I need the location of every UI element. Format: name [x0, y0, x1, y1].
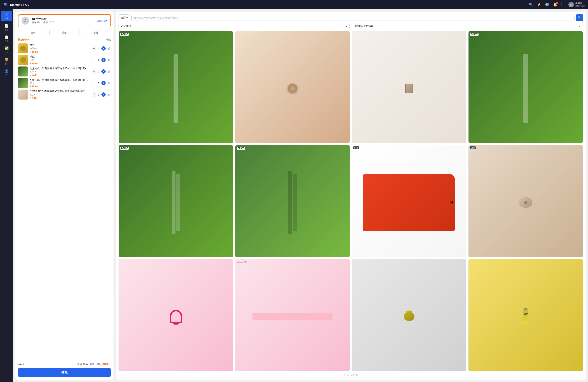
- note-button[interactable]: 备注: [81, 29, 111, 36]
- verify-icon: ✅: [4, 46, 9, 51]
- sidebar-label-order: 订单: [5, 40, 8, 42]
- product-card[interactable]: 粉色头戴耳机 $88.00: [119, 259, 233, 371]
- product-card[interactable]: Sold B MLB官方 男女帽子... $199.00: [468, 145, 583, 257]
- main-content: 🛒 销售 📄 定金 📋 订单 ✅ 核销 📦 退货 👤 用户: [0, 9, 588, 382]
- product-card[interactable]: logitech 罗技 logitech 罗技键盘 $120.00: [235, 259, 350, 371]
- product-image: N°5CHANELPARIS: [468, 259, 583, 371]
- cart-item-variant: 梅子青 ▾: [30, 47, 90, 50]
- cart-item-name: 祥业: [30, 43, 90, 47]
- delete-item-button[interactable]: 🗑: [108, 70, 111, 73]
- search-icon[interactable]: 🔍: [529, 2, 533, 7]
- table-row: DIVAS' DREAM腕表将光彩夺目的表盘与经典别致... 默认 ▾ $ 0.…: [18, 90, 111, 99]
- deposit-icon: 📄: [4, 24, 9, 28]
- hangup-button[interactable]: 挂单: [18, 29, 48, 36]
- bell-icon[interactable]: 🔔 1: [553, 2, 557, 7]
- delete-item-button[interactable]: 🗑: [108, 47, 111, 50]
- cart-item-price: $ 18.00: [30, 85, 90, 88]
- product-image: Sold N: [352, 145, 466, 257]
- cart-item-variant: 30ml ▾: [30, 70, 90, 73]
- fullscreen-icon[interactable]: ⛶: [561, 3, 565, 7]
- topbar: Diamond-POS 🔍 ⚡ ⚙️ 🔔 1 ⛶ 厨 卓厨家 前端艺术家: [0, 0, 588, 9]
- product-card[interactable]: BEAST AAA野兽派露水青... $8.00: [235, 145, 350, 257]
- cart-summary: Alix ▾ 优惠:$0.0 明细 实付 ¥84.1: [18, 362, 111, 366]
- user-profile[interactable]: 厨 卓厨家 前端艺术家: [568, 1, 585, 8]
- cart-item-actions: − 1 +: [92, 93, 106, 97]
- product-image: BEAST: [119, 145, 233, 257]
- app-name: Diamond-POS: [10, 3, 29, 6]
- table-row: 祥业 梅子青 ▾ $ 19.00 − 1 + 🗑: [18, 43, 111, 53]
- decrease-qty-button[interactable]: −: [92, 46, 96, 51]
- cart-item-actions: − 2 +: [92, 58, 106, 62]
- member-card: A 136****8599 积分 194 余额 20.00 切换会员 ▾: [18, 14, 111, 27]
- return-icon: 📦: [4, 58, 9, 62]
- decrease-qty-button[interactable]: −: [92, 93, 96, 97]
- product-card[interactable]: BEAST AAA野兽派露水青... $8.00: [119, 145, 233, 257]
- cart-item-price: $ 8.00: [30, 73, 90, 76]
- cart-item-qty: 1: [97, 70, 100, 73]
- cart-panel: A 136****8599 积分 194 余额 20.00 切换会员 ▾: [15, 12, 113, 380]
- product-card[interactable]: BEAST 野兽派露水青苔小... $18.00: [119, 31, 233, 143]
- increase-qty-button[interactable]: +: [101, 93, 106, 97]
- sidebar: 🛒 销售 📄 定金 📋 订单 ✅ 核销 📦 退货 👤 用户: [0, 9, 13, 382]
- decrease-qty-button[interactable]: −: [92, 81, 96, 85]
- cart-clear-button[interactable]: 清除: [106, 38, 111, 41]
- cart-item-qty: 1: [97, 82, 100, 85]
- cart-item-info: 礼盒构成：野兽派露水青苔香水15ml、香水保护套-... 30ml ▾ $ 8.…: [30, 67, 90, 76]
- sidebar-item-verify[interactable]: ✅ 核销: [1, 45, 12, 55]
- decrease-qty-button[interactable]: −: [92, 58, 96, 62]
- delete-item-button[interactable]: 🗑: [108, 81, 111, 85]
- cart-item-actions: − 1 +: [92, 81, 106, 85]
- sidebar-label-sales: 销售: [5, 17, 8, 20]
- product-card[interactable]: 祥业茶杯 $19.00: [352, 259, 466, 371]
- filter-hot-button[interactable]: 周/月/年度热销款 ▾: [352, 23, 583, 29]
- increase-qty-button[interactable]: +: [101, 46, 106, 51]
- table-row: 礼盒构成：野兽派露水青苔香水15ml、香水保护套-... 30ml ▾ $ 8.…: [18, 66, 111, 76]
- delete-item-button[interactable]: 🗑: [108, 93, 111, 96]
- detail-link[interactable]: 明细: [90, 363, 94, 366]
- search-input[interactable]: [131, 15, 574, 21]
- increase-qty-button[interactable]: +: [101, 58, 106, 62]
- product-image: [352, 31, 466, 143]
- decrease-qty-button[interactable]: −: [92, 69, 96, 74]
- increase-qty-button[interactable]: +: [101, 81, 106, 85]
- sidebar-item-user[interactable]: 👤 用户: [1, 67, 12, 78]
- switch-member-button[interactable]: 切换会员 ▾: [97, 19, 107, 22]
- sold-badge: Sold: [353, 146, 359, 149]
- product-card[interactable]: BEAST 野兽派露水青苔小... $19.00: [468, 31, 583, 143]
- sidebar-item-sales[interactable]: 🛒 销售: [1, 11, 12, 21]
- sales-icon: 🛒: [4, 12, 9, 17]
- search-input-wrap: [131, 15, 574, 21]
- settings-icon[interactable]: ⚙️: [545, 2, 549, 7]
- member-meta: 积分 194 余额 20.00: [32, 21, 94, 24]
- product-card[interactable]: Sold N NEW BLANCE 990... $0.10: [352, 145, 466, 257]
- product-panel: 全部 ▾ 🔍 产品类目 ▾ 周/月/年度热销款 ▾: [116, 12, 586, 380]
- user-avatar: 厨: [568, 2, 574, 7]
- sidebar-item-return[interactable]: 📦 退货: [1, 56, 12, 67]
- cart-items-list: 祥业 梅子青 ▾ $ 19.00 − 1 + 🗑: [18, 43, 111, 358]
- bell-badge: 1: [556, 2, 558, 4]
- sidebar-label-deposit: 定金: [5, 28, 8, 31]
- product-image: BEAST: [119, 31, 233, 143]
- sidebar-item-order[interactable]: 📋 订单: [1, 33, 12, 44]
- cart-footer: Alix ▾ 优惠:$0.0 明细 实付 ¥84.1 结账: [18, 360, 111, 377]
- modify-price-button[interactable]: 改价: [49, 29, 79, 36]
- product-card[interactable]: N°5CHANELPARIS CHANEL N°5 $299.00: [468, 259, 583, 371]
- translate-icon[interactable]: ⚡: [537, 2, 541, 7]
- increase-qty-button[interactable]: +: [101, 69, 106, 74]
- seller-selector[interactable]: Alix ▾: [18, 363, 24, 365]
- sold-badge: Sold: [470, 146, 476, 149]
- product-card[interactable]: DREAM腕表 $0.10: [235, 31, 350, 143]
- member-avatar: A: [21, 17, 29, 25]
- content-area: A 136****8599 积分 194 余额 20.00 切换会员 ▾: [13, 9, 588, 382]
- category-dropdown[interactable]: 全部 ▾: [119, 14, 130, 21]
- search-button[interactable]: 🔍: [576, 14, 583, 21]
- cart-item-name: 礼盒构成：野兽派露水青苔香水15ml、香水保护套-...: [30, 78, 90, 82]
- app-logo: Diamond-POS: [3, 2, 29, 7]
- order-icon: 📋: [4, 35, 9, 39]
- filter-category-button[interactable]: 产品类目 ▾: [119, 23, 350, 29]
- product-image: logitech 罗技: [235, 259, 350, 371]
- product-card[interactable]: 手表测试 $0.10: [352, 31, 466, 143]
- delete-item-button[interactable]: 🗑: [108, 58, 111, 62]
- sidebar-item-deposit[interactable]: 📄 定金: [1, 22, 12, 33]
- checkout-button[interactable]: 结账: [18, 368, 111, 377]
